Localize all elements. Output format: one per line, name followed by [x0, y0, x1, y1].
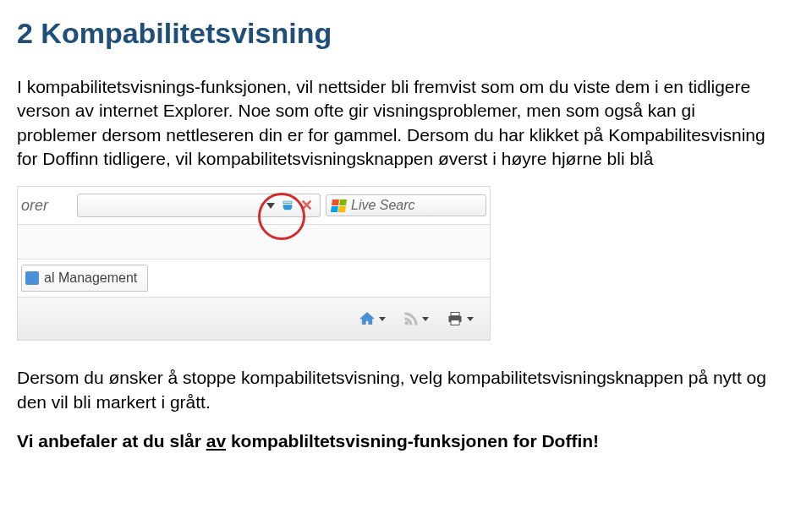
print-icon: [447, 310, 464, 327]
search-box[interactable]: Live Searc: [326, 194, 486, 216]
address-bar-icons: ✕: [266, 198, 320, 213]
close-icon[interactable]: ✕: [300, 198, 313, 213]
home-icon: [359, 310, 376, 327]
tab-favicon: [25, 271, 39, 285]
document-page: 2 Kompabilitetsvisning I kompabilitetsvi…: [0, 0, 812, 502]
browser-address-row: orer ✕ Live Searc: [18, 187, 490, 225]
browser-screenshot: orer ✕ Live Searc: [17, 186, 491, 341]
p3-prefix: Vi anbefaler at du slår: [17, 431, 206, 451]
home-button[interactable]: [353, 306, 392, 331]
chevron-down-icon: [467, 317, 474, 321]
browser-tab[interactable]: al Management: [21, 265, 148, 292]
section-heading: 2 Kompabilitetsvisning: [17, 17, 778, 50]
svg-rect-3: [451, 320, 459, 325]
browser-spacer-row: [18, 225, 490, 260]
windows-flag-icon: [331, 199, 347, 212]
address-bar[interactable]: ✕: [77, 194, 321, 217]
chevron-down-icon: [379, 317, 386, 321]
browser-tab-row: al Management: [18, 260, 490, 298]
address-fragment-text: orer: [18, 187, 72, 224]
paragraph-3: Vi anbefaler at du slår av kompabliltets…: [17, 429, 778, 453]
paragraph-2: Dersom du ønsker å stoppe kompabilitetsv…: [17, 366, 778, 414]
print-button[interactable]: [441, 306, 480, 331]
rss-button[interactable]: [397, 306, 436, 331]
chevron-down-icon: [422, 317, 429, 321]
dropdown-arrow-icon[interactable]: [266, 203, 275, 209]
svg-rect-1: [451, 313, 459, 316]
search-placeholder: Live Searc: [351, 198, 415, 213]
p3-av: av: [206, 431, 226, 451]
paragraph-1: I kompabilitetsvisnings-funksjonen, vil …: [17, 75, 778, 171]
p3-suffix: kompabliltetsvisning-funksjonen for Doff…: [226, 431, 599, 451]
compatibility-view-icon[interactable]: [280, 199, 295, 212]
svg-point-0: [405, 321, 409, 325]
browser-toolbar: [18, 298, 490, 340]
rss-icon: [403, 311, 419, 326]
tab-label: al Management: [44, 270, 137, 286]
